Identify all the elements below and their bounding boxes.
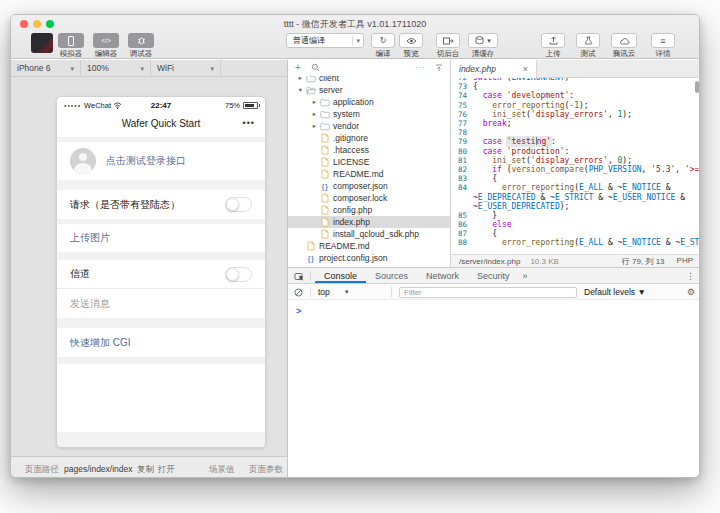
inspect-element-icon[interactable] xyxy=(294,271,304,281)
channel-toggle[interactable] xyxy=(225,267,252,282)
add-file-button[interactable]: + xyxy=(295,63,301,73)
code-line[interactable]: 78 xyxy=(451,128,700,137)
code-line[interactable]: 77 break; xyxy=(451,119,700,128)
tree-item-label: vendor xyxy=(333,121,359,131)
device-select[interactable]: iPhone 6 xyxy=(11,60,81,76)
tab-index-php[interactable]: index.php × xyxy=(451,60,537,78)
code-line[interactable]: 85 } xyxy=(451,211,700,220)
tree-item-server[interactable]: server xyxy=(288,84,450,96)
chevron-right-icon[interactable] xyxy=(310,110,319,118)
upload-image-row[interactable]: 上传图片 xyxy=(57,224,265,252)
upload-button[interactable] xyxy=(541,33,565,48)
simulator-toggle-button[interactable] xyxy=(58,33,84,48)
code-line[interactable]: 82 if (version_compare(PHP_VERSION, '5.3… xyxy=(451,165,700,174)
scene-value-button[interactable]: 场景值 xyxy=(209,464,235,476)
search-icon[interactable] xyxy=(311,63,320,72)
tencent-cloud-button[interactable] xyxy=(611,33,637,48)
tree-item-application[interactable]: application xyxy=(288,96,450,108)
code-line[interactable]: 74 case 'development': xyxy=(451,91,700,100)
log-levels-select[interactable]: Default levels ▼ xyxy=(584,287,646,297)
code-line[interactable]: 87 { xyxy=(451,229,700,238)
open-path-button[interactable]: 打开 xyxy=(158,464,175,476)
zoom-select[interactable]: 100% xyxy=(81,60,151,76)
code-line[interactable]: 76 ini_set('display_errors', 1); xyxy=(451,110,700,119)
chevron-right-icon[interactable] xyxy=(310,122,319,130)
collapse-all-icon[interactable] xyxy=(435,64,443,72)
code-text: else xyxy=(473,220,512,229)
phone-content: 点击测试登录接口 请求（是否带有登陆态） 上传图片 信道 发送消息 xyxy=(57,137,265,448)
upload-button-label: 上传 xyxy=(537,49,569,59)
preview-button-label: 预览 xyxy=(395,49,427,59)
login-button-label[interactable]: 点击测试登录接口 xyxy=(106,154,186,168)
channel-row: 信道 xyxy=(57,260,265,289)
tree-item-README.md[interactable]: README.md xyxy=(288,168,450,180)
code-line[interactable]: 83 { xyxy=(451,174,700,183)
chevron-right-icon[interactable] xyxy=(310,98,319,106)
console-prompt-chevron[interactable]: > xyxy=(296,306,301,316)
tab-sources[interactable]: Sources xyxy=(366,268,417,283)
clear-cache-button[interactable] xyxy=(468,33,498,48)
code-area[interactable]: 72switch (ENVIRONMENT)73{74 case 'develo… xyxy=(451,78,700,254)
details-button[interactable]: ≡ xyxy=(651,33,675,48)
language-mode[interactable]: PHP xyxy=(677,256,693,267)
background-switch-button[interactable] xyxy=(436,33,460,48)
phone-nav-bar: Wafer Quick Start ••• xyxy=(57,113,265,137)
code-line[interactable]: 84 error_reporting(E_ALL & ~E_NOTICE & xyxy=(451,183,700,192)
line-number: 80 xyxy=(451,147,473,156)
tree-item-project.config.json[interactable]: { }project.config.json xyxy=(288,252,450,264)
debugger-toggle-button[interactable] xyxy=(128,33,154,48)
login-row[interactable]: 点击测试登录接口 xyxy=(57,142,265,180)
console-filter-input[interactable] xyxy=(399,287,577,298)
chevron-right-icon[interactable] xyxy=(296,76,305,82)
code-line[interactable]: 79 case 'testing': xyxy=(451,137,700,146)
tab-console[interactable]: Console xyxy=(315,268,366,283)
tree-item-config.php[interactable]: config.php xyxy=(288,204,450,216)
code-line[interactable]: 80 case 'production': xyxy=(451,147,700,156)
console-settings-gear-icon[interactable]: ⚙ xyxy=(687,287,695,297)
tree-item-.htaccess[interactable]: .htaccess xyxy=(288,144,450,156)
tree-item-client[interactable]: client xyxy=(288,76,450,84)
more-tabs-icon[interactable]: » xyxy=(523,271,528,281)
tree-item-system[interactable]: system xyxy=(288,108,450,120)
tree-item-README.md[interactable]: README.md xyxy=(288,240,450,252)
more-menu-icon[interactable]: ••• xyxy=(243,118,255,128)
upload-image-label[interactable]: 上传图片 xyxy=(70,231,110,245)
tree-item-install_qcloud_sdk.php[interactable]: install_qcloud_sdk.php xyxy=(288,228,450,240)
code-line[interactable]: ~E_DEPRECATED & ~E_STRICT & ~E_USER_NOTI… xyxy=(451,192,700,201)
file-icon xyxy=(319,145,330,155)
tree-item-index.php[interactable]: index.php xyxy=(288,216,450,228)
code-line[interactable]: 75 error_reporting(-1); xyxy=(451,101,700,110)
tree-item-composer.json[interactable]: { }composer.json xyxy=(288,180,450,192)
network-select[interactable]: WiFi xyxy=(151,60,221,76)
tree-item-composer.lock[interactable]: composer.lock xyxy=(288,192,450,204)
line-number: 81 xyxy=(451,156,473,165)
devtools-menu-icon[interactable]: ⋮ xyxy=(686,271,695,281)
tree-item-vendor[interactable]: vendor xyxy=(288,120,450,132)
tab-security[interactable]: Security xyxy=(468,268,519,283)
chevron-down-icon[interactable] xyxy=(296,86,305,94)
request-toggle[interactable] xyxy=(225,197,252,212)
code-line[interactable]: 73{ xyxy=(451,82,700,91)
test-button[interactable] xyxy=(576,33,600,48)
editor-scrollbar-thumb[interactable] xyxy=(695,81,699,93)
page-params-button[interactable]: 页面参数 xyxy=(249,464,283,476)
code-line[interactable]: 86 else xyxy=(451,220,700,229)
quick-cgi-row[interactable]: 快速增加 CGI xyxy=(57,328,265,357)
preview-button[interactable] xyxy=(399,33,423,48)
tab-network[interactable]: Network xyxy=(417,268,468,283)
tree-item-LICENSE[interactable]: LICENSE xyxy=(288,156,450,168)
code-line[interactable]: ~E_USER_DEPRECATED); xyxy=(451,202,700,211)
copy-path-button[interactable]: 复制 xyxy=(137,464,154,476)
send-message-row[interactable]: 发送消息 xyxy=(57,289,265,318)
clear-console-icon[interactable] xyxy=(294,288,303,297)
editor-toggle-button[interactable]: </> xyxy=(93,33,119,48)
close-tab-icon[interactable]: × xyxy=(523,64,528,74)
code-line[interactable]: 88 error_reporting(E_ALL & ~E_NOTICE & ~… xyxy=(451,238,700,247)
more-options-icon[interactable]: ··· xyxy=(415,63,426,72)
compile-mode-select[interactable]: 普通编译 xyxy=(286,33,364,48)
code-line[interactable]: 81 ini_set('display_errors', 0); xyxy=(451,156,700,165)
tree-item-.gitignore[interactable]: .gitignore xyxy=(288,132,450,144)
compile-button[interactable]: ↻ xyxy=(371,33,395,48)
execution-context-select[interactable]: top ▼ xyxy=(318,287,384,297)
quick-cgi-label[interactable]: 快速增加 CGI xyxy=(70,336,131,350)
